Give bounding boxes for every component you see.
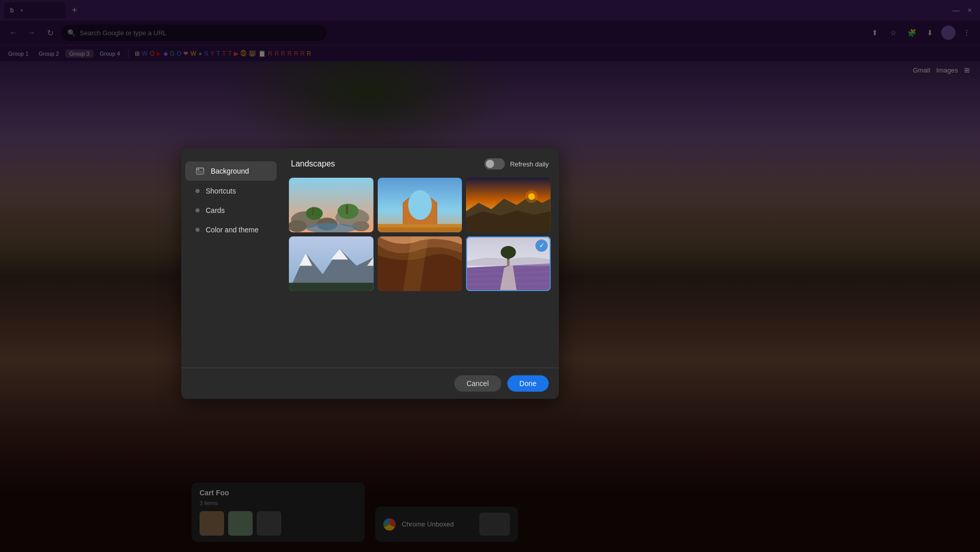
landscape-image-5[interactable] bbox=[378, 236, 462, 291]
sidebar-item-background-label: Background bbox=[211, 167, 249, 175]
refresh-daily-control: Refresh daily bbox=[484, 158, 549, 170]
svg-rect-13 bbox=[346, 205, 348, 214]
svg-point-8 bbox=[289, 220, 307, 232]
shortcuts-dot bbox=[195, 189, 200, 193]
svg-point-26 bbox=[501, 246, 516, 259]
landscape-image-4[interactable] bbox=[289, 236, 374, 291]
svg-point-10 bbox=[306, 207, 323, 220]
refresh-daily-label: Refresh daily bbox=[510, 160, 549, 168]
landscape-image-2[interactable] bbox=[378, 178, 462, 232]
dialog-content: Landscapes Refresh daily bbox=[281, 148, 559, 368]
sidebar-item-color-theme-label: Color and theme bbox=[206, 226, 259, 234]
images-container[interactable]: ✓ bbox=[281, 178, 559, 368]
cards-dot bbox=[195, 208, 200, 212]
content-header: Landscapes Refresh daily bbox=[281, 148, 559, 178]
sidebar-item-color-theme[interactable]: Color and theme bbox=[185, 221, 277, 239]
svg-rect-12 bbox=[312, 207, 314, 216]
dialog-title: Landscapes bbox=[291, 159, 335, 169]
sidebar-item-cards-label: Cards bbox=[206, 206, 225, 214]
svg-rect-17 bbox=[378, 227, 462, 232]
sidebar-item-cards[interactable]: Cards bbox=[185, 201, 277, 220]
landscape-image-3[interactable] bbox=[466, 178, 551, 232]
background-icon bbox=[195, 166, 205, 176]
svg-point-2 bbox=[198, 169, 199, 171]
landscape-image-6[interactable]: ✓ bbox=[466, 236, 551, 291]
cancel-button[interactable]: Cancel bbox=[454, 375, 501, 392]
sidebar-item-shortcuts-label: Shortcuts bbox=[206, 187, 236, 195]
color-theme-dot bbox=[195, 228, 200, 232]
selected-badge: ✓ bbox=[535, 239, 548, 252]
sidebar-item-shortcuts[interactable]: Shortcuts bbox=[185, 182, 277, 200]
sidebar-item-background[interactable]: Background bbox=[185, 161, 277, 181]
done-button[interactable]: Done bbox=[507, 375, 549, 392]
refresh-daily-toggle[interactable] bbox=[484, 158, 505, 170]
landscape-image-1[interactable] bbox=[289, 178, 374, 232]
dialog-sidebar: Background Shortcuts Cards Color and the… bbox=[181, 148, 281, 368]
dialog-footer: Cancel Done bbox=[181, 368, 559, 399]
customize-dialog: Background Shortcuts Cards Color and the… bbox=[181, 148, 559, 399]
svg-point-15 bbox=[408, 190, 431, 220]
image-grid: ✓ bbox=[289, 178, 551, 291]
svg-rect-1 bbox=[197, 171, 204, 174]
toggle-thumb bbox=[486, 160, 494, 168]
svg-point-20 bbox=[525, 190, 538, 203]
svg-rect-22 bbox=[289, 283, 374, 291]
